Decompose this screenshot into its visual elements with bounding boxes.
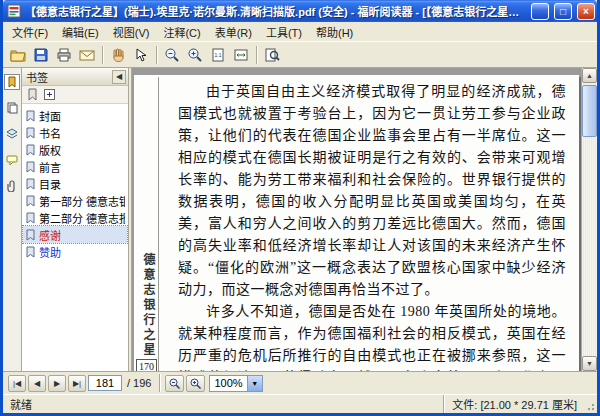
- bookmark-page-icon: [25, 229, 36, 241]
- menubar: 文件(F) 编辑(E) 视图(V) 注释(C) 表单(R) 工具(T) 帮助(H…: [3, 22, 597, 41]
- svg-text:1:1: 1:1: [215, 52, 222, 58]
- hand-tool-icon: [110, 47, 126, 63]
- email-button[interactable]: [76, 44, 98, 66]
- toolbar-separator: [156, 46, 157, 64]
- zoom-out-button[interactable]: [161, 44, 183, 66]
- bookmark-page-icon: [25, 195, 36, 207]
- navbar-separator: [159, 374, 160, 392]
- first-page-button[interactable]: |◀: [8, 375, 26, 392]
- bookmark-item[interactable]: 版权: [23, 141, 127, 158]
- bookmarks-panel-tab[interactable]: [4, 74, 20, 90]
- zoom-out-icon: [168, 377, 181, 390]
- next-page-button[interactable]: ▶: [48, 375, 66, 392]
- bookmark-item[interactable]: 第二部分 德意志报: [23, 209, 127, 226]
- minimize-button[interactable]: _: [531, 3, 549, 20]
- chevron-down-icon[interactable]: ▼: [247, 376, 262, 391]
- comments-panel-tab[interactable]: [4, 152, 20, 168]
- menu-forms[interactable]: 表单(R): [208, 22, 259, 42]
- page-count-label: / 196: [124, 377, 154, 389]
- maximize-button[interactable]: □: [554, 3, 572, 20]
- bookmark-item[interactable]: 书名: [23, 124, 127, 141]
- toolbar: 1:1: [3, 41, 597, 68]
- vertical-scrollbar[interactable]: ▲ ▼: [581, 68, 597, 371]
- bookmark-page-icon: [25, 144, 36, 156]
- resize-grip[interactable]: [584, 400, 596, 412]
- pages-icon: [6, 102, 18, 114]
- find-button[interactable]: [261, 44, 283, 66]
- page-folio-number: 170: [136, 359, 157, 371]
- page-margin-rule: [158, 77, 159, 371]
- previous-page-button[interactable]: ◀: [28, 375, 46, 392]
- menu-edit[interactable]: 编辑(E): [55, 22, 106, 42]
- pdf-page: 德意志银行之星 170 由于英国自由主义经济模式取得了明显的经济成就，德国模式也…: [134, 75, 579, 371]
- toolbar-separator: [256, 46, 257, 64]
- bookmark-item[interactable]: 赞助: [23, 243, 127, 260]
- bookmark-page-icon: [25, 161, 36, 173]
- titlebar: 【德意志银行之星】(瑞士).埃里克·诺尔曼斯.清晰扫描版.pdf (安全) - …: [3, 0, 597, 22]
- fit-width-button[interactable]: [230, 44, 252, 66]
- bookmark-page-icon: [25, 127, 36, 139]
- menu-help[interactable]: 帮助(H): [309, 22, 360, 42]
- zoom-in-small-button[interactable]: [186, 375, 205, 392]
- save-button[interactable]: [30, 44, 52, 66]
- scroll-up-button[interactable]: ▲: [582, 68, 597, 83]
- toolbar-separator: [102, 46, 103, 64]
- comment-icon: [6, 154, 18, 166]
- close-button[interactable]: ×: [577, 3, 595, 20]
- zoom-in-icon: [189, 377, 202, 390]
- open-button[interactable]: [7, 44, 29, 66]
- scroll-down-button[interactable]: ▼: [582, 356, 597, 371]
- zoom-out-icon: [164, 47, 180, 63]
- bookmarks-panel: 书签 ◀ 封面 书名 版权 前言 目录 第一部分 德意志银行 第二部分 德意志报…: [22, 68, 129, 371]
- status-message: 就绪: [7, 396, 443, 412]
- main-area: 书签 ◀ 封面 书名 版权 前言 目录 第一部分 德意志银行 第二部分 德意志报…: [3, 68, 597, 371]
- bookmark-options-icon: [26, 88, 39, 101]
- bookmark-item-selected[interactable]: 感谢: [23, 226, 127, 243]
- expand-bookmarks-button[interactable]: [42, 87, 57, 102]
- pages-panel-tab[interactable]: [4, 100, 20, 116]
- bookmarks-tree: 封面 书名 版权 前言 目录 第一部分 德意志银行 第二部分 德意志报 感谢 赞…: [22, 104, 128, 371]
- bookmark-icon: [6, 76, 18, 88]
- email-icon: [79, 47, 95, 63]
- current-page-input[interactable]: [88, 375, 122, 391]
- attachments-panel-tab[interactable]: [4, 178, 20, 194]
- last-page-button[interactable]: ▶|: [68, 375, 86, 392]
- find-icon: [264, 47, 280, 63]
- open-folder-icon: [10, 47, 26, 63]
- bookmark-item[interactable]: 目录: [23, 175, 127, 192]
- document-view[interactable]: 德意志银行之星 170 由于英国自由主义经济模式取得了明显的经济成就，德国模式也…: [132, 68, 581, 371]
- bookmarks-panel-header: 书签 ◀: [22, 68, 128, 86]
- bookmark-item[interactable]: 封面: [23, 107, 127, 124]
- menu-file[interactable]: 文件(F): [5, 22, 55, 42]
- select-text-button[interactable]: [130, 44, 152, 66]
- actual-size-icon: 1:1: [210, 47, 226, 63]
- window-title: 【德意志银行之星】(瑞士).埃里克·诺尔曼斯.清晰扫描版.pdf (安全) - …: [25, 3, 526, 19]
- bookmark-item[interactable]: 第一部分 德意志银行: [23, 192, 127, 209]
- bookmark-options-button[interactable]: [25, 87, 40, 102]
- bookmark-page-icon: [25, 246, 36, 258]
- scrollbar-thumb[interactable]: [582, 85, 597, 137]
- menu-tools[interactable]: 工具(T): [259, 22, 309, 42]
- paragraph: 由于英国自由主义经济模式取得了明显的经济成就，德国模式也就被置于考验台上，因为它…: [178, 81, 566, 301]
- select-cursor-icon: [133, 47, 149, 63]
- zoom-in-button[interactable]: [184, 44, 206, 66]
- print-button[interactable]: [53, 44, 75, 66]
- collapse-panel-button[interactable]: ◀: [112, 70, 126, 84]
- layers-panel-tab[interactable]: [4, 126, 20, 142]
- menu-comments[interactable]: 注释(C): [156, 22, 207, 42]
- file-dimensions-label: 文件: [21.00 * 29.71 厘米]: [443, 395, 593, 413]
- bookmark-page-icon: [25, 110, 36, 122]
- expand-icon: [43, 88, 56, 101]
- bookmark-page-icon: [25, 178, 36, 190]
- bookmark-item[interactable]: 前言: [23, 158, 127, 175]
- actual-size-button[interactable]: 1:1: [207, 44, 229, 66]
- statusbar: 就绪 文件: [21.00 * 29.71 厘米]: [3, 394, 597, 413]
- printer-icon: [56, 47, 72, 63]
- bookmarks-panel-title: 书签: [26, 69, 112, 85]
- zoom-out-small-button[interactable]: [165, 375, 184, 392]
- hand-tool-button[interactable]: [107, 44, 129, 66]
- foxit-reader-window: 【德意志银行之星】(瑞士).埃里克·诺尔曼斯.清晰扫描版.pdf (安全) - …: [0, 0, 600, 416]
- zoom-in-icon: [187, 47, 203, 63]
- menu-view[interactable]: 视图(V): [106, 22, 157, 42]
- zoom-level-select[interactable]: 100% ▼: [209, 375, 262, 392]
